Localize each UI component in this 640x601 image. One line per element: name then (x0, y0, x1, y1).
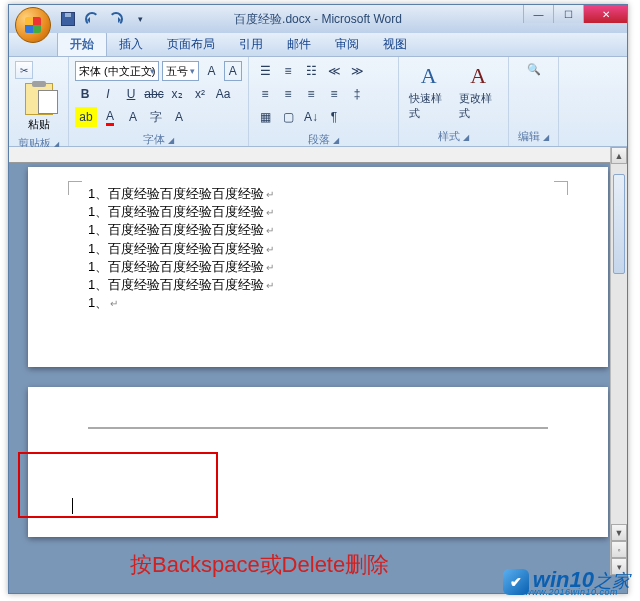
group-styles: A 快速样式 A 更改样式 样式 (399, 57, 509, 146)
floppy-icon (61, 12, 75, 26)
annotation-highlight-box (18, 452, 218, 518)
paste-label: 粘贴 (28, 117, 50, 132)
margin-corner-icon (88, 428, 548, 429)
tab-review[interactable]: 审阅 (323, 32, 371, 56)
font-label: 字体 (75, 130, 242, 147)
scroll-thumb[interactable] (613, 174, 625, 274)
doc-line[interactable]: 1、百度经验百度经验百度经验 (88, 185, 548, 203)
change-case-button[interactable]: Aa (213, 84, 233, 104)
tab-home[interactable]: 开始 (57, 31, 107, 56)
highlight-button[interactable]: ab (75, 107, 97, 127)
letter-a-icon: A (421, 63, 437, 89)
close-button[interactable]: ✕ (583, 5, 627, 23)
decrease-indent-button[interactable]: ≪ (324, 61, 344, 81)
doc-line[interactable]: 1、百度经验百度经验百度经验 (88, 258, 548, 276)
watermark: ✔ win10 之家 www.2016win10.com (503, 567, 630, 595)
doc-line[interactable]: 1、百度经验百度经验百度经验 (88, 203, 548, 221)
show-marks-button[interactable]: ¶ (324, 107, 344, 127)
cut-button[interactable]: ✂ (15, 61, 33, 79)
titlebar: ▾ 百度经验.docx - Microsoft Word — ☐ ✕ (9, 5, 627, 33)
scroll-down-button[interactable]: ▼ (611, 524, 627, 541)
ribbon-tabs: 开始 插入 页面布局 引用 邮件 审阅 视图 (9, 33, 627, 57)
minimize-button[interactable]: — (523, 5, 553, 23)
align-right-button[interactable]: ≡ (301, 84, 321, 104)
redo-button[interactable] (107, 10, 125, 28)
tab-view[interactable]: 视图 (371, 32, 419, 56)
doc-line[interactable]: 1、百度经验百度经验百度经验 (88, 221, 548, 239)
styles-label: 样式 (405, 127, 502, 144)
margin-corner-icon (554, 181, 568, 195)
justify-button[interactable]: ≡ (324, 84, 344, 104)
margin-corner-icon (68, 181, 82, 195)
redo-icon (109, 12, 123, 26)
italic-button[interactable]: I (98, 84, 118, 104)
grow-font-button[interactable]: A (202, 61, 220, 81)
ribbon: ✂ 粘贴 剪贴板 宋体 (中文正文) 五号 A A B I U abc x₂ x… (9, 57, 627, 147)
clear-format-button[interactable]: A (224, 61, 242, 81)
binoculars-icon: 🔍 (527, 63, 541, 76)
bold-button[interactable]: B (75, 84, 95, 104)
align-left-button[interactable]: ≡ (255, 84, 275, 104)
group-font: 宋体 (中文正文) 五号 A A B I U abc x₂ x² Aa ab A… (69, 57, 249, 146)
window-controls: — ☐ ✕ (523, 5, 627, 23)
increase-indent-button[interactable]: ≫ (347, 61, 367, 81)
undo-button[interactable] (83, 10, 101, 28)
numbering-button[interactable]: ≡ (278, 61, 298, 81)
annotation-instruction: 按Backspace或Delete删除 (130, 550, 389, 580)
font-size-combo[interactable]: 五号 (162, 61, 199, 81)
doc-line[interactable]: 1、百度经验百度经验百度经验 (88, 240, 548, 258)
bullets-button[interactable]: ☰ (255, 61, 275, 81)
change-styles-label: 更改样式 (459, 91, 499, 121)
shading-button[interactable]: ▦ (255, 107, 275, 127)
tab-references[interactable]: 引用 (227, 32, 275, 56)
strike-button[interactable]: abc (144, 84, 164, 104)
tab-insert[interactable]: 插入 (107, 32, 155, 56)
paragraph-label: 段落 (255, 130, 392, 147)
group-editing: 🔍 编辑 (509, 57, 559, 146)
office-button[interactable] (15, 7, 51, 43)
clipboard-icon (25, 83, 53, 115)
qat-dropdown[interactable]: ▾ (131, 10, 149, 28)
document-area: 1、百度经验百度经验百度经验 1、百度经验百度经验百度经验 1、百度经验百度经验… (9, 147, 627, 593)
phonetic-button[interactable]: 字 (146, 107, 166, 127)
window-title: 百度经验.docx - Microsoft Word (234, 11, 402, 28)
doc-line[interactable]: 1、百度经验百度经验百度经验 (88, 276, 548, 294)
sort-button[interactable]: A↓ (301, 107, 321, 127)
quick-styles-label: 快速样式 (409, 91, 449, 121)
multilevel-button[interactable]: ☷ (301, 61, 321, 81)
letter-a-icon: A (470, 63, 486, 89)
page-1[interactable]: 1、百度经验百度经验百度经验 1、百度经验百度经验百度经验 1、百度经验百度经验… (28, 167, 608, 367)
save-button[interactable] (59, 10, 77, 28)
editing-label: 编辑 (515, 127, 552, 144)
doc-line[interactable]: 1、 (88, 294, 548, 312)
quick-access-toolbar: ▾ (59, 10, 149, 28)
char-border-button[interactable]: A (123, 107, 143, 127)
group-clipboard: ✂ 粘贴 剪贴板 (9, 57, 69, 146)
watermark-url: www.2016win10.com (525, 587, 618, 597)
quick-styles-button[interactable]: A 快速样式 (405, 61, 453, 123)
group-paragraph: ☰ ≡ ☷ ≪ ≫ ≡ ≡ ≡ ≡ ‡ ▦ ▢ A↓ ¶ 段落 (249, 57, 399, 146)
underline-button[interactable]: U (121, 84, 141, 104)
font-name-combo[interactable]: 宋体 (中文正文) (75, 61, 159, 81)
borders-button[interactable]: ▢ (278, 107, 298, 127)
maximize-button[interactable]: ☐ (553, 5, 583, 23)
ruler[interactable] (9, 147, 627, 163)
text-cursor-icon (72, 498, 73, 514)
tab-layout[interactable]: 页面布局 (155, 32, 227, 56)
char-shading-button[interactable]: A (169, 107, 189, 127)
scroll-up-button[interactable]: ▲ (611, 147, 627, 164)
vertical-scrollbar[interactable]: ▲ ▼ ◦ ▾ (610, 147, 627, 575)
superscript-button[interactable]: x² (190, 84, 210, 104)
scroll-track[interactable] (611, 164, 627, 524)
change-styles-button[interactable]: A 更改样式 (455, 61, 503, 123)
subscript-button[interactable]: x₂ (167, 84, 187, 104)
font-color-button[interactable]: A (100, 107, 120, 127)
undo-icon (85, 12, 99, 26)
prev-page-button[interactable]: ◦ (611, 541, 627, 558)
line-spacing-button[interactable]: ‡ (347, 84, 367, 104)
align-center-button[interactable]: ≡ (278, 84, 298, 104)
paste-button[interactable]: 粘贴 (15, 81, 62, 134)
find-button[interactable]: 🔍 (515, 61, 552, 78)
tab-mailings[interactable]: 邮件 (275, 32, 323, 56)
